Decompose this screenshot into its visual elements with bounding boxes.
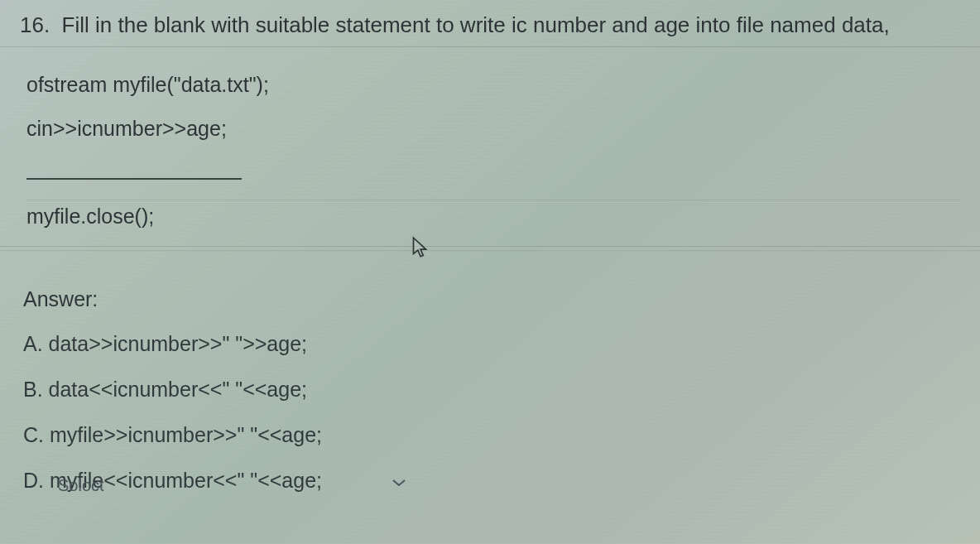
divider bbox=[0, 46, 980, 47]
divider bbox=[0, 250, 980, 251]
code-line-4: myfile.close(); bbox=[26, 202, 960, 231]
code-line-2: cin>>icnumber>>age; bbox=[26, 114, 960, 143]
chevron-down-icon bbox=[391, 477, 407, 492]
answer-label: Answer: bbox=[23, 287, 960, 311]
option-c[interactable]: C. myfile>>icnumber>>" "<<age; bbox=[23, 421, 960, 450]
divider bbox=[0, 246, 980, 247]
option-b[interactable]: B. data<<icnumber<<" "<<age; bbox=[23, 375, 960, 404]
divider bbox=[26, 200, 960, 200]
question-container: 16. Fill in the blank with suitable stat… bbox=[0, 0, 980, 495]
question-text: 16. Fill in the blank with suitable stat… bbox=[0, 0, 980, 43]
question-number: 16. bbox=[20, 12, 50, 37]
fill-in-blank bbox=[26, 158, 242, 180]
code-line-1: ofstream myfile("data.txt"); bbox=[26, 70, 960, 99]
code-block: ofstream myfile("data.txt"); cin>>icnumb… bbox=[0, 70, 980, 231]
answer-section: Answer: A. data>>icnumber>>" ">>age; B. … bbox=[0, 287, 980, 495]
partial-footer-text: Soloct bbox=[0, 476, 980, 495]
question-body: Fill in the blank with suitable statemen… bbox=[62, 12, 890, 37]
option-a[interactable]: A. data>>icnumber>>" ">>age; bbox=[23, 330, 960, 359]
cursor-icon bbox=[410, 236, 430, 264]
